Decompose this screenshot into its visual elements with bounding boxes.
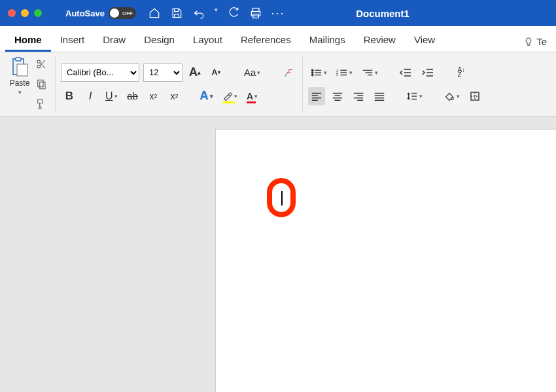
tell-me[interactable]: Te: [519, 30, 551, 52]
maximize-window-button[interactable]: [34, 9, 42, 17]
svg-rect-9: [40, 82, 45, 89]
document-workspace: [0, 116, 556, 392]
sort-button[interactable]: A↓Z: [453, 63, 470, 82]
copy-icon: [35, 79, 47, 90]
font-color-button[interactable]: A ▾: [244, 87, 261, 105]
tab-layout[interactable]: Layout: [184, 28, 232, 52]
font-name-select[interactable]: Calibri (Bo...: [61, 63, 139, 82]
undo-icon[interactable]: [192, 7, 205, 20]
title-bar: AutoSave OFF ▾ ··· Document1: [0, 0, 556, 26]
svg-rect-5: [17, 64, 27, 76]
svg-point-10: [312, 69, 313, 71]
eraser-a-icon: [283, 67, 294, 79]
save-icon[interactable]: [170, 7, 183, 20]
paintbrush-icon: [35, 98, 47, 110]
tab-draw[interactable]: Draw: [94, 28, 135, 52]
tab-references[interactable]: References: [232, 28, 300, 52]
bullets-button[interactable]: ▾: [308, 63, 330, 82]
line-spacing-icon: [406, 91, 418, 101]
text-cursor: [281, 191, 283, 205]
justify-button[interactable]: [371, 87, 388, 105]
paste-button[interactable]: Paste ▾: [9, 56, 30, 113]
undo-dropdown[interactable]: ▾: [215, 7, 218, 20]
ribbon-tabs: Home Insert Draw Design Layout Reference…: [0, 26, 556, 52]
borders-button[interactable]: [466, 87, 483, 105]
copy-button[interactable]: [33, 76, 50, 92]
clipboard-icon: [9, 56, 30, 77]
quick-access-toolbar: ▾ ···: [148, 7, 285, 20]
home-icon[interactable]: [148, 7, 161, 20]
shrink-font-button[interactable]: A▾: [207, 63, 224, 82]
highlight-button[interactable]: ▾: [220, 87, 240, 105]
clipboard-group: Paste ▾: [4, 56, 56, 113]
tab-mailings[interactable]: Mailings: [300, 28, 355, 52]
tab-view[interactable]: View: [405, 28, 444, 52]
paste-label: Paste: [10, 79, 30, 88]
strikethrough-button[interactable]: ab: [124, 87, 141, 105]
document-title[interactable]: Document1: [356, 8, 409, 19]
italic-button[interactable]: I: [82, 87, 99, 105]
tab-review[interactable]: Review: [355, 28, 405, 52]
borders-icon: [470, 91, 480, 101]
tab-home[interactable]: Home: [5, 28, 51, 52]
align-right-icon: [353, 92, 364, 101]
superscript-button[interactable]: x2: [166, 87, 183, 105]
lightbulb-icon: [523, 37, 534, 47]
tab-design[interactable]: Design: [135, 28, 184, 52]
autosave-state: OFF: [122, 10, 133, 16]
subscript-button[interactable]: x2: [145, 87, 162, 105]
autosave-control[interactable]: AutoSave OFF: [65, 7, 136, 19]
paste-dropdown[interactable]: ▾: [18, 89, 22, 96]
svg-rect-8: [38, 80, 43, 87]
align-right-button[interactable]: [350, 87, 367, 105]
autosave-label: AutoSave: [65, 9, 105, 18]
increase-indent-button[interactable]: [419, 63, 437, 82]
svg-rect-4: [16, 58, 21, 61]
align-left-icon: [311, 92, 322, 101]
more-icon[interactable]: ···: [271, 7, 285, 20]
svg-text:3: 3: [336, 73, 338, 77]
align-left-button[interactable]: [308, 87, 325, 105]
cut-button[interactable]: [33, 56, 50, 73]
font-size-select[interactable]: 12: [143, 63, 182, 82]
clear-formatting-button[interactable]: [280, 63, 297, 82]
minimize-window-button[interactable]: [21, 9, 29, 17]
text-effects-button[interactable]: A▾: [198, 87, 216, 105]
highlighter-icon: [222, 91, 233, 101]
shading-button[interactable]: ▾: [441, 87, 462, 105]
multilevel-icon: [362, 68, 374, 77]
print-icon[interactable]: [249, 7, 262, 20]
grow-font-button[interactable]: A▴: [186, 63, 203, 82]
numbering-button[interactable]: 123▾: [334, 63, 355, 82]
ribbon: Paste ▾ Calibri (Bo...: [0, 52, 556, 116]
toggle-knob: [110, 9, 119, 18]
outdent-icon: [399, 68, 412, 77]
svg-point-14: [312, 74, 313, 75]
multilevel-list-button[interactable]: ▾: [359, 63, 381, 82]
paragraph-group: ▾ 123▾ ▾ A↓Z: [303, 56, 489, 113]
tell-me-label: Te: [536, 36, 547, 47]
window-controls: [8, 9, 42, 17]
decrease-indent-button[interactable]: [396, 63, 415, 82]
numbering-icon: 123: [336, 68, 348, 77]
tab-insert[interactable]: Insert: [51, 28, 94, 52]
font-group: Calibri (Bo... 12 A▴ A▾ Aa▾: [56, 56, 303, 113]
align-center-button[interactable]: [329, 87, 346, 105]
justify-icon: [374, 92, 385, 101]
close-window-button[interactable]: [8, 9, 16, 17]
change-case-button[interactable]: Aa▾: [241, 63, 263, 82]
bold-button[interactable]: B: [61, 87, 78, 105]
svg-point-12: [312, 71, 313, 73]
paint-bucket-icon: [443, 91, 455, 101]
redo-icon[interactable]: [227, 7, 240, 20]
bullets-icon: [311, 68, 322, 77]
format-painter-button[interactable]: [33, 96, 50, 113]
svg-rect-0: [252, 9, 259, 12]
autosave-toggle[interactable]: OFF: [109, 7, 136, 19]
underline-button[interactable]: U▾: [103, 87, 120, 105]
align-center-icon: [332, 92, 343, 101]
line-spacing-button[interactable]: ▾: [404, 87, 425, 105]
scissors-icon: [35, 58, 47, 70]
sort-label: A↓Z: [458, 67, 466, 78]
document-page[interactable]: [216, 130, 556, 392]
